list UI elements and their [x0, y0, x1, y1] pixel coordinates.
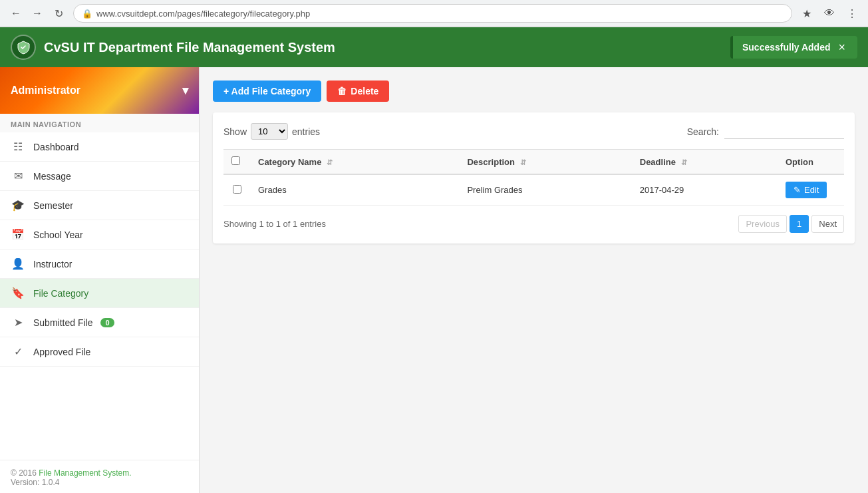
sidebar-item-submitted-file[interactable]: ➤ Submitted File 0 — [0, 308, 199, 337]
row-checkbox-cell — [223, 174, 250, 206]
show-entries: Show 10 25 50 100 entries — [223, 123, 320, 140]
toast-message: Successfully Added — [742, 42, 831, 53]
browser-chrome: ← → ↻ 🔒 www.cvsuitdept.com/pages/filecat… — [0, 0, 868, 27]
refresh-button[interactable]: ↻ — [49, 4, 68, 23]
bookmark-star-button[interactable]: ★ — [797, 4, 816, 23]
row-deadline: 2017-04-29 — [632, 174, 778, 206]
entries-select[interactable]: 10 25 50 100 — [251, 123, 288, 140]
sidebar-item-semester[interactable]: 🎓 Semester — [0, 191, 199, 220]
nav-section-label: MAIN NAVIGATION — [0, 114, 199, 132]
th-description: Description ⇵ — [459, 150, 631, 175]
logo-shield — [11, 35, 36, 60]
search-input[interactable] — [724, 124, 844, 139]
add-file-category-button[interactable]: + Add File Category — [213, 81, 321, 102]
pencil-icon: ✎ — [794, 185, 801, 195]
sidebar-item-school-year[interactable]: 📅 School Year — [0, 220, 199, 249]
row-category-name: Grades — [250, 174, 459, 206]
th-category-name: Category Name ⇵ — [250, 150, 459, 175]
sidebar-item-label: Submitted File — [33, 317, 92, 328]
bookmark-icon: 🔖 — [11, 287, 25, 299]
sidebar-item-label: Message — [33, 171, 71, 182]
footer-version: Version: 1.0.4 — [11, 478, 59, 487]
sidebar-item-instructor[interactable]: 👤 Instructor — [0, 249, 199, 279]
entries-label: entries — [292, 126, 320, 137]
binoculars-button[interactable]: 👁 — [820, 4, 839, 23]
address-bar[interactable]: 🔒 www.cvsuitdept.com/pages/filecategory/… — [73, 4, 792, 23]
sidebar-item-file-category[interactable]: 🔖 File Category — [0, 279, 199, 308]
url-text: www.cvsuitdept.com/pages/filecategory/fi… — [96, 9, 310, 19]
row-description: Prelim Grades — [459, 174, 631, 206]
th-option: Option — [778, 150, 844, 175]
chevron-down-icon: ▾ — [182, 83, 188, 98]
sidebar: Administrator ▾ MAIN NAVIGATION ☷ Dashbo… — [0, 67, 200, 493]
sidebar-item-label: Dashboard — [33, 142, 79, 152]
calendar-icon: 📅 — [11, 228, 25, 241]
nav-items: ☷ Dashboard ✉ Message 🎓 Semester 📅 Schoo… — [0, 132, 199, 460]
table-controls: Show 10 25 50 100 entries Search: — [223, 123, 844, 140]
menu-button[interactable]: ⋮ — [843, 4, 861, 23]
edit-label: Edit — [804, 185, 819, 195]
browser-icons: ★ 👁 ⋮ — [797, 4, 861, 23]
sidebar-item-dashboard[interactable]: ☷ Dashboard — [0, 132, 199, 162]
table-card: Show 10 25 50 100 entries Search: — [213, 112, 855, 244]
person-icon: 👤 — [11, 257, 25, 270]
lock-icon: 🔒 — [82, 9, 92, 19]
delete-label: Delete — [351, 86, 378, 96]
table-header-row: Category Name ⇵ Description ⇵ Deadline ⇵… — [223, 150, 844, 175]
next-button[interactable]: Next — [811, 215, 844, 233]
top-header: CvSU IT Department File Management Syste… — [0, 27, 868, 67]
edit-button[interactable]: ✎ Edit — [786, 182, 827, 198]
table-row: Grades Prelim Grades 2017-04-29 ✎ Edit — [223, 174, 844, 206]
show-label: Show — [223, 126, 247, 137]
sidebar-item-label: File Category — [33, 288, 88, 299]
submitted-file-badge: 0 — [100, 318, 114, 327]
row-checkbox[interactable] — [233, 185, 241, 194]
sidebar-item-label: Approved File — [33, 347, 90, 357]
pagination-info: Showing 1 to 1 of 1 entries — [223, 219, 326, 229]
pagination: Previous 1 Next — [738, 215, 844, 233]
toast-close-button[interactable]: × — [835, 41, 848, 53]
back-button[interactable]: ← — [7, 4, 25, 23]
trash-icon: 🗑 — [337, 86, 347, 96]
sidebar-footer: © 2016 File Management System. Version: … — [0, 460, 199, 493]
page-1-button[interactable]: 1 — [790, 215, 809, 233]
send-icon: ➤ — [11, 316, 25, 329]
graduation-icon: 🎓 — [11, 199, 25, 212]
sidebar-item-label: Semester — [33, 200, 73, 211]
toolbar: + Add File Category 🗑 Delete — [213, 81, 855, 102]
sidebar-item-label: Instructor — [33, 259, 72, 269]
sidebar-item-message[interactable]: ✉ Message — [0, 162, 199, 191]
th-deadline: Deadline ⇵ — [632, 150, 778, 175]
main-content: + Add File Category 🗑 Delete Show 10 25 … — [200, 67, 868, 493]
success-toast: Successfully Added × — [730, 36, 857, 59]
shield-icon — [16, 40, 31, 55]
table-body: Grades Prelim Grades 2017-04-29 ✎ Edit — [223, 174, 844, 206]
row-option: ✎ Edit — [778, 174, 844, 206]
browser-nav-buttons: ← → ↻ — [7, 4, 68, 23]
search-area: Search: — [687, 124, 844, 139]
search-label: Search: — [687, 126, 719, 137]
footer-link[interactable]: File Management System. — [39, 468, 131, 478]
sort-icon-category: ⇵ — [327, 158, 333, 166]
layout: Administrator ▾ MAIN NAVIGATION ☷ Dashbo… — [0, 67, 868, 493]
sort-icon-description: ⇵ — [520, 158, 526, 166]
pagination-area: Showing 1 to 1 of 1 entries Previous 1 N… — [223, 215, 844, 233]
check-icon: ✓ — [11, 345, 25, 358]
th-select — [223, 150, 250, 175]
sort-icon-deadline: ⇵ — [681, 158, 687, 166]
sidebar-item-label: School Year — [33, 230, 83, 240]
user-name: Administrator — [11, 84, 80, 96]
sidebar-user[interactable]: Administrator ▾ — [0, 67, 199, 114]
data-table: Category Name ⇵ Description ⇵ Deadline ⇵… — [223, 149, 844, 206]
footer-copy: © 2016 — [11, 468, 39, 478]
select-all-checkbox[interactable] — [231, 156, 240, 165]
previous-button[interactable]: Previous — [738, 215, 787, 233]
mail-icon: ✉ — [11, 170, 25, 182]
sidebar-item-approved-file[interactable]: ✓ Approved File — [0, 337, 199, 367]
delete-button[interactable]: 🗑 Delete — [327, 81, 389, 102]
header-title: CvSU IT Department File Management Syste… — [44, 40, 335, 55]
forward-button[interactable]: → — [28, 4, 47, 23]
grid-icon: ☷ — [11, 140, 25, 153]
